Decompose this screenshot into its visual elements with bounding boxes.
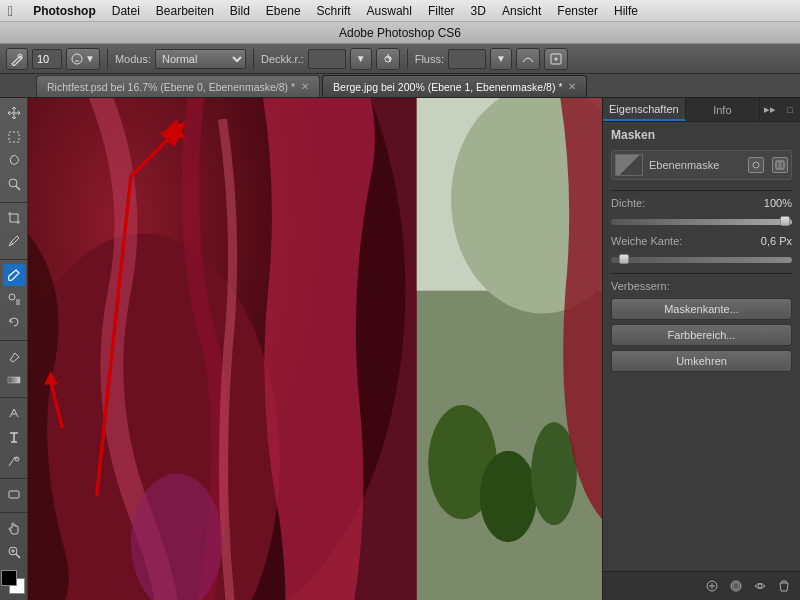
panel-icon-mask[interactable] [726,576,746,596]
tool-rect-select[interactable] [3,126,25,148]
weiche-kante-section: Weiche Kante: 0,6 Px [611,235,792,263]
tool-separator-5 [0,475,27,479]
brush-tool-icon[interactable] [6,48,28,70]
color-swatches [1,570,27,596]
tab-berge[interactable]: Berge.jpg bei 200% (Ebene 1, Ebenenmaske… [322,75,587,97]
weiche-kante-slider[interactable] [611,257,792,263]
menu-ebene[interactable]: Ebene [258,2,309,20]
brush-size-input[interactable]: 10 [32,49,62,69]
ebenenmaske-icon-1[interactable] [748,157,764,173]
menu-bearbeiten[interactable]: Bearbeiten [148,2,222,20]
panel-close-btn[interactable]: □ [780,98,800,121]
fluss-arrow[interactable]: ▼ [490,48,512,70]
fluss-label: Fluss: [415,53,444,65]
panel-icon-circle[interactable] [702,576,722,596]
svg-rect-4 [9,132,19,142]
deckr-arrow[interactable]: ▼ [350,48,372,70]
dichte-value: 100% [764,197,792,209]
tool-text[interactable] [3,426,25,448]
options-toolbar: 10 ▼ Modus: Normal Multiplizieren Abdunk… [0,44,800,74]
menu-photoshop[interactable]: Photoshop [25,2,104,20]
menu-ansicht[interactable]: Ansicht [494,2,549,20]
tab-richtfest-label: Richtfest.psd bei 16.7% (Ebene 0, Ebenen… [47,81,295,93]
menu-filter[interactable]: Filter [420,2,463,20]
tool-separator-4 [0,394,27,398]
separator-1 [107,49,108,69]
tool-eyedropper[interactable] [3,230,25,252]
tool-brush[interactable] [3,264,25,286]
menu-schrift[interactable]: Schrift [309,2,359,20]
ebenenmaske-icon-2[interactable] [772,157,788,173]
svg-point-6 [9,294,15,300]
airbrush-btn[interactable] [376,48,400,70]
maskenkante-button[interactable]: Maskenkante... [611,298,792,320]
tab-berge-close[interactable]: ✕ [568,81,576,92]
fluss-input[interactable]: 100% [448,49,486,69]
brush-preset-btn[interactable]: ▼ [66,48,100,70]
canvas-area [28,98,602,600]
svg-marker-23 [44,371,58,385]
tool-path-select[interactable] [3,450,25,472]
separator-2 [253,49,254,69]
panel-bottom-icons [603,571,800,600]
menu-3d[interactable]: 3D [463,2,494,20]
title-bar: Adobe Photoshop CS6 [0,22,800,44]
tool-gradient[interactable] [3,369,25,391]
tool-zoom[interactable] [3,541,25,563]
tablet-pressure-btn[interactable] [516,48,540,70]
tool-history-brush[interactable] [3,311,25,333]
weiche-kante-row: Weiche Kante: 0,6 Px [611,235,792,247]
tab-berge-label: Berge.jpg bei 200% (Ebene 1, Ebenenmaske… [333,81,562,93]
tool-pen[interactable] [3,402,25,424]
dichte-track[interactable] [611,219,792,225]
divider-2 [611,273,792,274]
tool-clone-stamp[interactable] [3,288,25,310]
svg-point-24 [753,162,759,168]
tool-quick-select[interactable] [3,173,25,195]
panel-menu-btn[interactable]: ▸▸ [760,98,780,121]
clone-source-btn[interactable] [544,48,568,70]
tool-separator-1 [0,199,27,203]
tool-eraser[interactable] [3,345,25,367]
tab-richtfest-close[interactable]: ✕ [301,81,309,92]
tool-lasso[interactable] [3,149,25,171]
deckr-input[interactable]: 100% [308,49,346,69]
menu-auswahl[interactable]: Auswahl [359,2,420,20]
menu-bild[interactable]: Bild [222,2,258,20]
tool-shape[interactable] [3,483,25,505]
apple-menu[interactable]:  [8,3,13,19]
tool-separator-2 [0,256,27,260]
panel-icon-delete[interactable] [774,576,794,596]
dichte-handle[interactable] [780,216,790,226]
left-toolbar [0,98,28,600]
weiche-kante-handle[interactable] [619,254,629,264]
menu-hilfe[interactable]: Hilfe [606,2,646,20]
annotation-arrows [28,98,602,600]
ebenenmaske-label: Ebenenmaske [649,159,740,171]
modus-label: Modus: [115,53,151,65]
umkehren-button[interactable]: Umkehren [611,350,792,372]
tab-richtfest[interactable]: Richtfest.psd bei 16.7% (Ebene 0, Ebenen… [36,75,320,97]
tool-hand[interactable] [3,517,25,539]
farbbereich-button[interactable]: Farbbereich... [611,324,792,346]
weiche-kante-track[interactable] [611,257,792,263]
menu-datei[interactable]: Datei [104,2,148,20]
panel-icon-eye[interactable] [750,576,770,596]
tab-eigenschaften[interactable]: Eigenschaften [603,98,686,121]
svg-rect-9 [9,491,19,498]
svg-point-2 [385,56,391,62]
tab-info[interactable]: Info [686,98,760,121]
menu-fenster[interactable]: Fenster [549,2,606,20]
foreground-color[interactable] [1,570,17,586]
separator-3 [407,49,408,69]
ebenenmaske-thumbnail[interactable] [615,154,643,176]
ebenenmaske-row: Ebenenmaske [611,150,792,180]
modus-select[interactable]: Normal Multiplizieren Abdunkeln [155,49,246,69]
dichte-slider[interactable] [611,219,792,225]
dichte-row: Dichte: 100% [611,197,792,209]
tool-move[interactable] [3,102,25,124]
dichte-label: Dichte: [611,197,691,209]
main-area: Eigenschaften Info ▸▸ □ Masken Ebenenmas… [0,98,800,600]
tool-separator-3 [0,337,27,341]
tool-crop[interactable] [3,207,25,229]
